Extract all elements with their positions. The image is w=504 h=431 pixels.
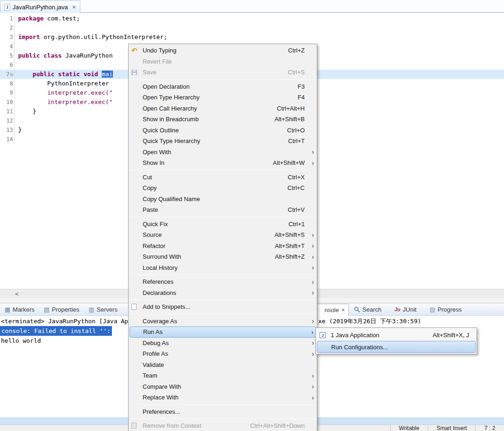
submenu-item-1-java-application[interactable]: 1 Java ApplicationAlt+Shift+X, J bbox=[317, 329, 476, 341]
submenu-arrow-icon: › bbox=[308, 278, 314, 286]
menu-item-label: Quick Outline bbox=[143, 127, 179, 134]
menu-item-add-to-snippets[interactable]: Add to Snippets... bbox=[129, 301, 317, 313]
menu-item-shortcut: Ctrl+T bbox=[288, 137, 305, 144]
menu-item-label: Paste bbox=[143, 206, 158, 213]
submenu-arrow-icon: › bbox=[308, 317, 314, 325]
run-as-submenu: 1 Java ApplicationAlt+Shift+X, JRun Conf… bbox=[315, 327, 477, 354]
tab-servers[interactable]: Servers bbox=[84, 303, 122, 315]
menu-item-debug-as[interactable]: Debug As› bbox=[129, 338, 317, 349]
menu-item-references[interactable]: References› bbox=[129, 276, 317, 287]
scroll-left-arrow-icon[interactable]: < bbox=[15, 290, 19, 297]
menu-item-copy-qualified-name[interactable]: Copy Qualified Name bbox=[129, 194, 317, 205]
submenu-item-shortcut: Alt+Shift+X, J bbox=[432, 332, 469, 339]
tab-progress[interactable]: Progress bbox=[425, 303, 466, 315]
code-line[interactable]: 2 bbox=[0, 23, 504, 33]
code-segment: } bbox=[18, 108, 36, 115]
menu-item-team[interactable]: Team› bbox=[129, 370, 317, 381]
servers-icon bbox=[89, 306, 94, 313]
submenu-item-icon-slot bbox=[320, 332, 331, 338]
menu-item-shortcut: Ctrl+S bbox=[288, 69, 305, 76]
menu-item-remove-from-context[interactable]: Remove from ContextCtrl+Alt+Shift+Down bbox=[129, 420, 317, 431]
submenu-arrow-icon: › bbox=[308, 264, 314, 271]
menu-item-cut[interactable]: CutCtrl+X bbox=[129, 172, 317, 183]
editor-tab[interactable]: J JavaRunPython.java ✕ bbox=[0, 0, 80, 13]
menu-item-label: Preferences... bbox=[143, 408, 180, 415]
line-number: 8 bbox=[0, 79, 15, 88]
menu-item-label: Open Call Hierarchy bbox=[143, 105, 197, 112]
menu-item-shortcut: Ctrl+Alt+Shift+Down bbox=[250, 422, 305, 429]
menu-item-undo-typing[interactable]: Undo TypingCtrl+Z bbox=[129, 45, 317, 56]
properties-icon bbox=[44, 306, 49, 313]
menu-separator bbox=[130, 300, 316, 300]
menu-item-refactor[interactable]: RefactorAlt+Shift+T› bbox=[129, 241, 317, 252]
context-menu: Undo TypingCtrl+ZRevert FileSaveCtrl+SOp… bbox=[128, 44, 317, 431]
menu-item-run-as[interactable]: Run As› bbox=[130, 327, 316, 338]
tab-search[interactable]: Search bbox=[349, 303, 386, 315]
submenu-item-run-configurations[interactable]: Run Configurations... bbox=[317, 341, 476, 353]
menu-item-show-in[interactable]: Show InAlt+Shift+W› bbox=[129, 157, 317, 169]
code-line[interactable]: 1package com.test; bbox=[0, 14, 504, 23]
menu-item-label: Debug As bbox=[143, 340, 169, 346]
code-segment: interpreter.exec(" bbox=[47, 98, 113, 105]
menu-item-save[interactable]: SaveCtrl+S bbox=[129, 67, 317, 78]
menu-item-copy[interactable]: CopyCtrl+C bbox=[129, 183, 317, 194]
menu-item-icon-slot bbox=[131, 304, 143, 310]
line-number: 3 bbox=[0, 33, 15, 42]
submenu-arrow-icon: › bbox=[308, 289, 314, 296]
submenu-arrow-icon: › bbox=[308, 372, 314, 379]
editor-tab-bar: J JavaRunPython.java ✕ bbox=[0, 0, 504, 13]
menu-item-open-declaration[interactable]: Open DeclarationF3 bbox=[129, 81, 317, 92]
menu-item-source[interactable]: SourceAlt+Shift+S› bbox=[129, 229, 317, 241]
line-number: 9 bbox=[0, 88, 15, 98]
menu-item-open-call-hierarchy[interactable]: Open Call HierarchyCtrl+Alt+H bbox=[129, 103, 317, 114]
console-output-line[interactable]: hello world bbox=[1, 336, 41, 346]
menu-item-show-in-breadcrumb[interactable]: Show in BreadcrumbAlt+Shift+B bbox=[129, 114, 317, 125]
code-text bbox=[15, 23, 504, 33]
tab-markers[interactable]: Markers bbox=[0, 303, 39, 315]
menu-item-replace-with[interactable]: Replace With› bbox=[129, 392, 317, 403]
code-segment bbox=[18, 89, 47, 96]
submenu-arrow-icon: › bbox=[308, 242, 314, 249]
code-line[interactable]: 3import org.python.util.PythonInterprete… bbox=[0, 33, 504, 42]
line-number: 4 bbox=[0, 42, 15, 51]
code-segment bbox=[18, 98, 47, 105]
menu-item-label: Run As bbox=[143, 328, 163, 335]
menu-item-declarations[interactable]: Declarations› bbox=[129, 287, 317, 299]
menu-item-label: Team bbox=[143, 372, 157, 379]
menu-item-paste[interactable]: PasteCtrl+V bbox=[129, 204, 317, 216]
menu-item-quick-type-hierarchy[interactable]: Quick Type HierarchyCtrl+T bbox=[129, 136, 317, 147]
markers-icon bbox=[5, 306, 10, 313]
menu-separator bbox=[130, 405, 316, 405]
right-tabs-group: Search Ju JUnit Progress bbox=[349, 303, 466, 315]
menu-item-shortcut: Ctrl+O bbox=[287, 127, 305, 134]
menu-item-shortcut: Ctrl+X bbox=[288, 174, 305, 181]
fold-marker-icon[interactable]: ⊖ bbox=[10, 72, 13, 78]
menu-item-profile-as[interactable]: Profile As› bbox=[129, 348, 317, 359]
tab-close-icon[interactable]: ✕ bbox=[341, 307, 345, 313]
menu-item-open-type-hierarchy[interactable]: Open Type HierarchyF4 bbox=[129, 92, 317, 103]
menu-item-coverage-as[interactable]: Coverage As› bbox=[129, 316, 317, 327]
menu-item-shortcut: Ctrl+Z bbox=[288, 47, 305, 54]
menu-item-open-with[interactable]: Open With› bbox=[129, 147, 317, 158]
menu-item-preferences[interactable]: Preferences... bbox=[129, 406, 317, 418]
console-selected-line[interactable]: console: Failed to install '': bbox=[0, 326, 112, 336]
menu-item-surround-with[interactable]: Surround WithAlt+Shift+Z› bbox=[129, 251, 317, 262]
code-segment: JavaRunPython bbox=[65, 52, 113, 59]
menu-item-shortcut: Ctrl+Alt+H bbox=[277, 105, 305, 112]
remove-icon bbox=[131, 423, 137, 429]
tab-properties-label: Properties bbox=[52, 306, 79, 313]
menu-item-quick-fix[interactable]: Quick FixCtrl+1 bbox=[129, 219, 317, 230]
menu-item-revert-file[interactable]: Revert File bbox=[129, 56, 317, 67]
menu-item-validate[interactable]: Validate bbox=[129, 359, 317, 371]
status-cursor-position: 7 : 2 bbox=[475, 425, 504, 431]
tab-properties[interactable]: Properties bbox=[39, 303, 84, 315]
tab-close-icon[interactable]: ✕ bbox=[72, 5, 76, 10]
menu-item-compare-with[interactable]: Compare With› bbox=[129, 381, 317, 392]
code-segment: public class bbox=[18, 52, 65, 59]
menu-item-quick-outline[interactable]: Quick OutlineCtrl+O bbox=[129, 125, 317, 136]
menu-item-local-history[interactable]: Local History› bbox=[129, 262, 317, 274]
tab-junit[interactable]: Ju JUnit bbox=[390, 303, 421, 315]
console-terminated-line[interactable]: <terminated> JavaRunPython [Java Ap bbox=[1, 316, 128, 326]
menu-item-shortcut: F4 bbox=[298, 94, 305, 101]
console-process-info[interactable]: xe (2019年3月26日 下午3:30:59) bbox=[318, 316, 421, 326]
